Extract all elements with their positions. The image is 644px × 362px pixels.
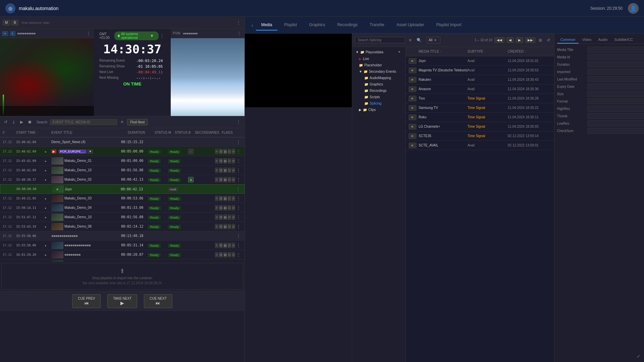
splicing-view-btn[interactable]: ⊞ — [537, 37, 543, 43]
tab-recordings[interactable]: Recordings — [332, 20, 363, 31]
flag-icon-4[interactable]: ⊡ — [228, 149, 231, 154]
flag-icon[interactable]: ≡ — [215, 205, 218, 210]
folder-audiomapping[interactable]: 📁 AudioMapping — [354, 75, 404, 81]
prop-value[interactable] — [587, 113, 644, 119]
take-next-button[interactable]: TAKE NEXT ▶ — [107, 294, 137, 308]
drop-zone[interactable]: ⬆ Drop playlists to import into the rund… — [1, 263, 243, 290]
row-more-btn[interactable]: ⋮ — [235, 139, 242, 145]
skip-btn[interactable]: ⤓ — [11, 119, 17, 125]
table-row[interactable]: 17.12 15:55:58.06 ■■■■■■■■■■■■■ 00:13:40… — [0, 231, 245, 241]
media-list-item[interactable]: ▶ Joyn Avail 11.04.2024 18:31:01 — [406, 56, 554, 66]
flag-icon[interactable]: ≡ — [215, 158, 218, 164]
secondary-clip-icon[interactable]: ▦ — [188, 177, 194, 182]
flag-icon[interactable]: ▦ — [223, 243, 227, 248]
flag-icon[interactable]: ▦ — [223, 168, 227, 173]
stop-btn[interactable]: ⏹ — [26, 119, 33, 125]
prop-value[interactable] — [587, 83, 644, 89]
table-row-highlighted[interactable]: 00:00:00.00 ▶ Joyn 00:00:42.13 Avail ⋮ — [0, 184, 245, 194]
table-row[interactable]: 17.12 16:01:50.02 ● ■■■■■■■■■■■■■■■ 00:0… — [0, 259, 245, 261]
row-more-btn[interactable]: ⋮ — [235, 261, 242, 262]
table-row[interactable]: 17.12 15:50:14.11 ● Makalu_Demo_04 00:01… — [0, 203, 245, 213]
flag-icon[interactable]: ⛓ — [219, 215, 223, 220]
flag-icon[interactable]: ⊡ — [228, 158, 231, 164]
flag-icon[interactable]: ⛓ — [219, 252, 223, 257]
folder-clips[interactable]: ▶ 📁 Clips — [354, 107, 404, 113]
prop-value[interactable] — [587, 106, 644, 112]
table-row[interactable]: 17.12 15:45:42.09 ● Makalu_Demo_01 00:01… — [0, 156, 245, 166]
prop-value[interactable] — [587, 91, 644, 97]
topbar-more-btn[interactable]: ⋮ — [159, 33, 165, 39]
cue-prev-button[interactable]: CUE PREV ⏮ — [72, 294, 101, 308]
table-row[interactable]: 17.12 15:49:21.05 ● Makalu_Demo_03 00:00… — [0, 194, 245, 203]
flag-icon[interactable]: ⊘ — [232, 158, 235, 164]
flag-icon[interactable]: ⊡ — [228, 196, 231, 201]
flag-icon[interactable]: ≡ — [215, 215, 218, 220]
find-next-btn[interactable]: Find Next — [127, 119, 148, 125]
row-more-btn[interactable]: ⋮ — [235, 148, 242, 155]
flag-icon[interactable]: ▦ — [223, 158, 227, 164]
flag-icon[interactable]: ⊘ — [232, 224, 235, 229]
folder-playoutdata[interactable]: ▼ 📁 Playoutdata ▼ — [354, 48, 404, 56]
row-more-btn[interactable]: ⋮ — [235, 214, 242, 220]
media-list-item[interactable]: ▶ Samsung TV Time Signal 11.04.2024 18:3… — [406, 103, 554, 113]
cue-next-button[interactable]: CUE NEXT ⏭ — [144, 294, 172, 308]
splicing-last-btn[interactable]: ▶▶ — [525, 37, 535, 43]
table-row[interactable]: 17.12 15:46:42.09 ● Makalu_Demo_10 00:01… — [0, 166, 245, 175]
undo-btn[interactable]: ↺ — [3, 119, 9, 125]
dropdown-btn[interactable]: ▼ — [88, 149, 93, 154]
monitor-btn-b[interactable]: B — [11, 20, 18, 25]
prop-value[interactable] — [587, 120, 644, 126]
play-btn[interactable]: ▶ — [19, 119, 24, 125]
prop-tab-common[interactable]: Common — [557, 36, 579, 44]
row-more-btn[interactable]: ⋮ — [235, 205, 242, 211]
flag-icon[interactable]: ≡ — [215, 168, 218, 173]
media-list-item[interactable]: ▶ SCTE35 Time Signal 02.12.2022 13:59:14 — [406, 131, 554, 141]
table-row[interactable]: 17.12 15:55:58.06 ● ■■■■■■■■■■■■■ 00:05:… — [0, 241, 245, 250]
splicing-search-input[interactable] — [355, 37, 405, 43]
row-more-btn[interactable]: ⋮ — [235, 242, 242, 248]
tab-playlist-import[interactable]: Playlist Import — [431, 20, 467, 31]
search-clear-btn[interactable]: ✕ — [119, 119, 125, 125]
prop-value[interactable] — [587, 128, 644, 134]
prop-value[interactable] — [587, 54, 644, 60]
splicing-first-btn[interactable]: ◀◀ — [494, 37, 504, 43]
nav-arrow-left[interactable]: › — [250, 21, 255, 29]
flag-icon[interactable]: ⛓ — [219, 177, 223, 182]
flag-icon-1[interactable]: ≡ — [215, 149, 218, 154]
row-more-btn[interactable]: ⋮ — [235, 224, 242, 230]
flag-icon[interactable]: ▦ — [223, 252, 227, 257]
table-row[interactable]: 17.12 15:51:47.11 ● Makalu_Demo_10 00:01… — [0, 213, 245, 222]
tab-media[interactable]: Media — [256, 20, 278, 31]
media-list-item[interactable]: ▶ Magenta TV (Deutsche Telekom) Avail 11… — [406, 66, 554, 75]
table-row[interactable]: 17.12 15:53:43.19 ● Makalu_Demo_08 00:02… — [0, 222, 245, 231]
row-more-btn[interactable]: ⋮ — [235, 177, 242, 183]
ml-header-title[interactable]: MEDIA TITLE — [419, 50, 468, 53]
flag-icon[interactable]: ⊘ — [232, 252, 235, 257]
tab-playlist[interactable]: Playlist — [279, 20, 302, 31]
media-list-item[interactable]: ▶ SCTE_AVAIL Avail 02.12.2022 13:59:01 — [406, 141, 554, 150]
flag-icon[interactable]: ≡ — [215, 252, 218, 257]
row-more-btn[interactable]: ⋮ — [235, 158, 242, 164]
flag-icon[interactable]: ⊘ — [232, 205, 235, 210]
flag-icon[interactable]: ⊡ — [228, 224, 231, 229]
flag-icon[interactable]: ⛓ — [219, 224, 223, 229]
flag-icon[interactable]: ⊘ — [232, 215, 235, 220]
media-list-item[interactable]: ▶ LG Channels+ Time Signal 11.04.2024 18… — [406, 122, 554, 131]
media-list-item[interactable]: ▶ Tivo Time Signal 11.04.2024 18:30:28 — [406, 94, 554, 103]
splicing-search-btn[interactable]: 🔍 — [415, 37, 423, 43]
flag-icon[interactable]: ▦ — [223, 224, 227, 229]
flag-icon[interactable]: ⛓ — [219, 168, 223, 173]
monitor-btn-m[interactable]: M — [3, 20, 10, 25]
flag-icon[interactable]: ▦ — [223, 196, 227, 201]
tab-graphics[interactable]: Graphics — [304, 20, 330, 31]
row-more-btn[interactable]: ⋮ — [235, 233, 242, 239]
splicing-next-btn[interactable]: ▶ — [516, 37, 523, 43]
flag-icon[interactable]: ⊡ — [228, 252, 231, 257]
folder-secondary-events[interactable]: ▼ 📁 Secondary Events — [354, 68, 404, 75]
flag-icon[interactable]: ⛓ — [219, 158, 223, 164]
status-dropdown[interactable]: ▼ — [149, 33, 155, 39]
flag-icon[interactable]: ▦ — [223, 215, 227, 220]
flag-icon[interactable]: ⛓ — [219, 205, 223, 210]
prop-value[interactable] — [587, 98, 644, 104]
splicing-refresh-btn[interactable]: ↺ — [545, 37, 551, 43]
